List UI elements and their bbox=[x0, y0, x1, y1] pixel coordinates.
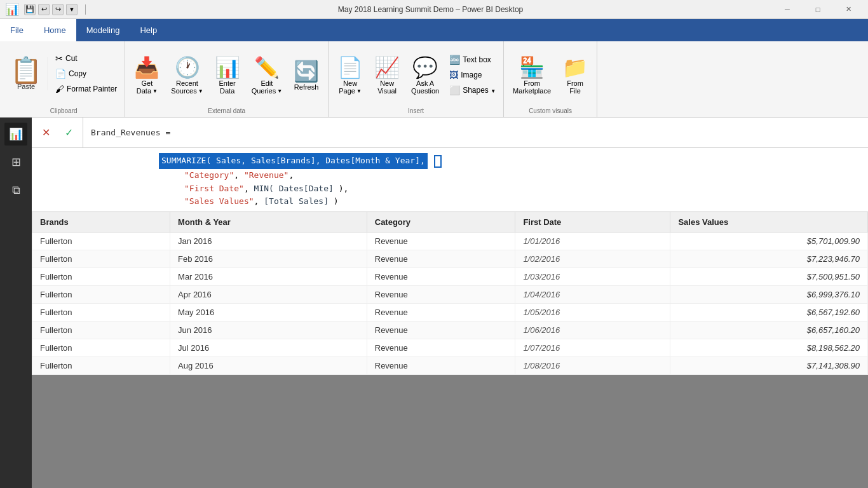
table-cell: 1/02/2016 bbox=[515, 250, 670, 268]
new-page-button[interactable]: 📄 New Page ▼ bbox=[334, 50, 367, 97]
highlighted-code: SUMMARIZE( Sales, Sales[Brands], Dates[M… bbox=[159, 153, 428, 169]
menu-home[interactable]: Home bbox=[34, 19, 76, 41]
custom-visuals-label: Custom visuals bbox=[506, 106, 594, 117]
image-button[interactable]: 🖼 Image bbox=[447, 69, 498, 81]
menu-help[interactable]: Help bbox=[130, 19, 167, 41]
table-cell: Aug 2016 bbox=[170, 357, 367, 375]
table-cell: Revenue bbox=[367, 268, 515, 286]
enter-data-button[interactable]: 📊 Enter Data bbox=[211, 50, 244, 97]
table-cell: $7,141,308.90 bbox=[670, 357, 868, 375]
data-table-container: Brands Month & Year Category First Date … bbox=[32, 212, 868, 375]
table-cell: Fullerton bbox=[32, 339, 170, 357]
format-painter-button[interactable]: 🖌 Format Painter bbox=[53, 83, 119, 95]
table-cell: Revenue bbox=[367, 357, 515, 375]
table-cell: 1/05/2016 bbox=[515, 304, 670, 322]
table-cell: Apr 2016 bbox=[170, 286, 367, 304]
highlighted-code-line: SUMMARIZE( Sales, Sales[Brands], Dates[M… bbox=[159, 153, 860, 169]
table-cell: 1/03/2016 bbox=[515, 268, 670, 286]
minimize-button[interactable]: ─ bbox=[773, 0, 802, 19]
customize-button[interactable]: ▼ bbox=[66, 4, 78, 15]
table-cell: May 2016 bbox=[170, 304, 367, 322]
quick-access-toolbar: 💾 ↩ ↪ ▼ bbox=[24, 4, 78, 15]
table-cell: $6,999,376.10 bbox=[670, 286, 868, 304]
table-cell: Revenue bbox=[367, 304, 515, 322]
cut-button[interactable]: ✂ Cut bbox=[53, 52, 119, 65]
insert-group: 📄 New Page ▼ 📈 New Visual 💬 Ask A Questi… bbox=[329, 41, 504, 117]
table-cell: Jun 2016 bbox=[170, 322, 367, 339]
window-title: May 2018 Learning Summit Demo – Power BI… bbox=[93, 5, 768, 14]
window-controls: ─ □ ✕ bbox=[773, 0, 863, 19]
table-row: FullertonAug 2016Revenue1/08/2016$7,141,… bbox=[32, 357, 868, 375]
table-cell: Fullerton bbox=[32, 322, 170, 339]
edit-queries-button[interactable]: ✏️ Edit Queries ▼ bbox=[248, 50, 286, 97]
table-cell: 1/08/2016 bbox=[515, 357, 670, 375]
confirm-button[interactable]: ✓ bbox=[60, 124, 78, 142]
paste-button[interactable]: 📋 Paste bbox=[8, 57, 48, 90]
cancel-button[interactable]: ✕ bbox=[37, 124, 55, 142]
text-box-button[interactable]: 🔤 Text box bbox=[447, 53, 498, 66]
insert-sub-group: 🔤 Text box 🖼 Image ⬜ Shapes ▼ bbox=[447, 51, 498, 97]
cursor bbox=[434, 155, 442, 168]
table-row: FullertonFeb 2016Revenue1/02/2016$7,223,… bbox=[32, 250, 868, 268]
sidebar-model-icon[interactable]: ⧉ bbox=[4, 179, 27, 201]
table-cell: Fullerton bbox=[32, 304, 170, 322]
table-cell: Jan 2016 bbox=[170, 233, 367, 250]
content-area: ✕ ✓ Brand_Revenues = SUMMARIZE( Sales, S… bbox=[32, 118, 868, 488]
data-table: Brands Month & Year Category First Date … bbox=[32, 212, 868, 375]
col-month-year: Month & Year bbox=[170, 212, 367, 233]
table-cell: Mar 2016 bbox=[170, 268, 367, 286]
title-bar: 📊 💾 ↩ ↪ ▼ May 2018 Learning Summit Demo … bbox=[0, 0, 868, 19]
table-row: FullertonMar 2016Revenue1/03/2016$7,500,… bbox=[32, 268, 868, 286]
table-row: FullertonApr 2016Revenue1/04/2016$6,999,… bbox=[32, 286, 868, 304]
table-header-row: Brands Month & Year Category First Date … bbox=[32, 212, 868, 233]
code-editor[interactable]: SUMMARIZE( Sales, Sales[Brands], Dates[M… bbox=[32, 148, 868, 212]
recent-sources-button[interactable]: 🕐 Recent Sources ▼ bbox=[167, 50, 207, 97]
table-cell: 1/07/2016 bbox=[515, 339, 670, 357]
table-cell: $6,657,160.20 bbox=[670, 322, 868, 339]
code-line-1: "Category", "Revenue", bbox=[159, 169, 860, 182]
table-cell: $6,567,192.60 bbox=[670, 304, 868, 322]
table-cell: 1/04/2016 bbox=[515, 286, 670, 304]
sidebar-data-icon[interactable]: ⊞ bbox=[4, 151, 27, 173]
save-button[interactable]: 💾 bbox=[24, 4, 36, 15]
from-file-button[interactable]: 📁 From File bbox=[559, 50, 592, 97]
new-visual-button[interactable]: 📈 New Visual bbox=[370, 50, 403, 97]
table-cell: $8,198,562.20 bbox=[670, 339, 868, 357]
table-cell: 1/06/2016 bbox=[515, 322, 670, 339]
close-button[interactable]: ✕ bbox=[834, 0, 863, 19]
refresh-button[interactable]: 🔄 Refresh bbox=[290, 54, 323, 93]
undo-button[interactable]: ↩ bbox=[38, 4, 50, 15]
menu-bar: File Home Modeling Help bbox=[0, 19, 868, 41]
clipboard-group: 📋 Paste ✂ Cut 📄 Copy 🖌 Format Painter bbox=[3, 41, 125, 117]
ribbon: 📋 Paste ✂ Cut 📄 Copy 🖌 Format Painter bbox=[0, 41, 868, 118]
formula-controls: ✕ ✓ bbox=[32, 118, 83, 147]
code-line-3: "Sales Values", [Total Sales] ) bbox=[159, 195, 860, 208]
maximize-button[interactable]: □ bbox=[803, 0, 832, 19]
table-row: FullertonJul 2016Revenue1/07/2016$8,198,… bbox=[32, 339, 868, 357]
from-marketplace-button[interactable]: 🏪 From Marketplace bbox=[509, 50, 555, 97]
clipboard-sub-group: ✂ Cut 📄 Copy 🖌 Format Painter bbox=[53, 52, 119, 95]
table-cell: Fullerton bbox=[32, 357, 170, 375]
table-cell: Revenue bbox=[367, 286, 515, 304]
col-first-date: First Date bbox=[515, 212, 670, 233]
formula-content: Brand_Revenues = bbox=[83, 118, 868, 147]
table-cell: $7,500,951.50 bbox=[670, 268, 868, 286]
get-data-button[interactable]: 📥 Get Data ▼ bbox=[130, 50, 163, 97]
table-cell: Fullerton bbox=[32, 286, 170, 304]
table-cell: Revenue bbox=[367, 250, 515, 268]
table-cell: Fullerton bbox=[32, 268, 170, 286]
sidebar-report-icon[interactable]: 📊 bbox=[4, 123, 27, 146]
shapes-button[interactable]: ⬜ Shapes ▼ bbox=[447, 84, 498, 97]
table-cell: Jul 2016 bbox=[170, 339, 367, 357]
formula-header: Brand_Revenues = bbox=[91, 128, 860, 137]
custom-visuals-group: 🏪 From Marketplace 📁 From File Custom vi… bbox=[504, 41, 597, 117]
ask-question-button[interactable]: 💬 Ask A Question bbox=[407, 50, 443, 97]
menu-modeling[interactable]: Modeling bbox=[76, 19, 130, 41]
copy-button[interactable]: 📄 Copy bbox=[53, 67, 119, 80]
code-line-2: "First Date", MIN( Dates[Date] ), bbox=[159, 182, 860, 196]
col-brands: Brands bbox=[32, 212, 170, 233]
menu-file[interactable]: File bbox=[0, 19, 34, 41]
table-cell: Fullerton bbox=[32, 250, 170, 268]
redo-button[interactable]: ↪ bbox=[52, 4, 64, 15]
table-row: FullertonMay 2016Revenue1/05/2016$6,567,… bbox=[32, 304, 868, 322]
